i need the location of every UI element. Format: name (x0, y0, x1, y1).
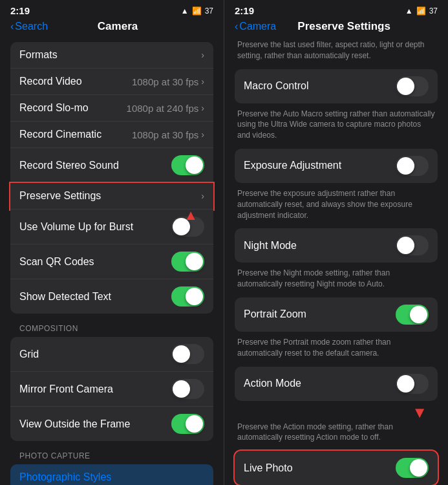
macro-control-label: Macro Control (244, 80, 396, 92)
night-mode-desc: Preserve the Night mode setting, rather … (235, 265, 438, 297)
portrait-zoom-item[interactable]: Portrait Zoom (235, 297, 438, 332)
record-video-item[interactable]: Record Video 1080p at 30 fps › (10, 69, 213, 95)
photo-styles-label: Photographic Styles (19, 471, 204, 483)
preserve-settings-item[interactable]: Preserve Settings › (10, 183, 213, 210)
exposure-toggle[interactable] (396, 156, 429, 176)
preserve-wrapper: Preserve Settings › ▲ (10, 183, 213, 210)
record-stereo-toggle[interactable] (171, 155, 204, 175)
night-mode-item[interactable]: Night Mode (235, 228, 438, 263)
action-mode-toggle[interactable] (396, 374, 429, 394)
preserve-settings-chevron: › (201, 191, 204, 201)
left-status-icons: ▲ 📶 37 (181, 6, 213, 16)
mirror-front-label: Mirror Front Camera (19, 383, 171, 395)
grid-label: Grid (19, 349, 171, 360)
battery-icon: 37 (205, 6, 213, 16)
right-chevron-icon: ‹ (235, 21, 238, 32)
left-nav-bar: ‹ Search Camera (0, 19, 224, 37)
record-video-chevron: › (201, 76, 204, 87)
right-top-desc: Preserve the last used filter, aspect ra… (235, 37, 438, 69)
left-nav-title: Camera (22, 20, 213, 33)
right-wifi-icon: 📶 (416, 6, 426, 16)
show-detected-item[interactable]: Show Detected Text (10, 279, 213, 314)
formats-label: Formats (19, 49, 201, 61)
record-video-value: 1080p at 30 fps (132, 76, 198, 87)
record-slomo-value: 1080p at 240 fps (127, 103, 199, 114)
right-panel: 2:19 ▲ 📶 37 ‹ Camera Preserve Settings P… (224, 0, 448, 485)
grid-toggle[interactable] (171, 344, 204, 364)
exposure-item[interactable]: Exposure Adjustment (235, 149, 438, 183)
macro-control-toggle[interactable] (396, 76, 429, 96)
formats-item[interactable]: Formats › (10, 42, 213, 69)
mirror-front-item[interactable]: Mirror Front Camera (10, 372, 213, 407)
portrait-zoom-toggle[interactable] (396, 305, 429, 325)
show-detected-toggle[interactable] (171, 286, 204, 307)
signal-icon: ▲ (181, 6, 189, 16)
use-volume-label: Use Volume Up for Burst (19, 221, 171, 233)
scan-qr-toggle[interactable] (171, 252, 204, 272)
view-outside-toggle[interactable] (171, 414, 204, 434)
action-mode-item[interactable]: Action Mode (235, 367, 438, 401)
record-slomo-label: Record Slo-mo (19, 102, 127, 114)
night-mode-label: Night Mode (244, 240, 396, 252)
record-stereo-item[interactable]: Record Stereo Sound (10, 148, 213, 183)
record-cinematic-value: 1080p at 30 fps (132, 129, 198, 140)
macro-control-desc: Preserve the Auto Macro setting rather t… (235, 106, 438, 149)
record-slomo-item[interactable]: Record Slo-mo 1080p at 240 fps › (10, 95, 213, 122)
record-slomo-chevron: › (201, 103, 204, 113)
preserve-settings-label: Preserve Settings (19, 190, 201, 202)
record-video-label: Record Video (19, 76, 132, 87)
scan-qr-item[interactable]: Scan QR Codes (10, 244, 213, 279)
left-time: 2:19 (10, 5, 30, 16)
scan-qr-label: Scan QR Codes (19, 256, 171, 268)
use-volume-item[interactable]: Use Volume Up for Burst (10, 210, 213, 244)
view-outside-item[interactable]: View Outside the Frame (10, 407, 213, 441)
left-group-1: Formats › Record Video 1080p at 30 fps ›… (10, 42, 213, 314)
right-battery-icon: 37 (429, 6, 438, 16)
photo-capture-header: PHOTO CAPTURE (0, 441, 224, 464)
record-stereo-label: Record Stereo Sound (19, 160, 171, 171)
left-panel: 2:19 ▲ 📶 37 ‹ Search Camera Formats › Re… (0, 0, 224, 485)
right-settings-content: Preserve the last used filter, aspect ra… (224, 37, 448, 485)
formats-chevron: › (201, 50, 204, 60)
up-arrow: ▲ (184, 207, 198, 224)
photo-styles-item[interactable]: Photographic Styles (10, 464, 213, 485)
right-nav-bar: ‹ Camera Preserve Settings (224, 19, 448, 37)
view-outside-label: View Outside the Frame (19, 418, 171, 430)
composition-group: Grid Mirror Front Camera View Outside th… (10, 337, 213, 441)
left-chevron-icon: ‹ (10, 21, 14, 32)
macro-control-item[interactable]: Macro Control (235, 69, 438, 103)
record-cinematic-chevron: › (201, 129, 204, 140)
portrait-zoom-label: Portrait Zoom (244, 308, 396, 320)
down-arrow-icon: ▼ (412, 404, 427, 422)
left-status-bar: 2:19 ▲ 📶 37 (0, 0, 224, 19)
action-mode-wrapper: Action Mode ▼ (235, 367, 438, 422)
right-time: 2:19 (235, 5, 254, 16)
left-settings-content: Formats › Record Video 1080p at 30 fps ›… (0, 37, 224, 485)
composition-header: COMPOSITION (0, 314, 224, 337)
right-nav-title: Preserve Settings (250, 20, 438, 33)
mirror-front-toggle[interactable] (171, 379, 204, 399)
record-cinematic-item[interactable]: Record Cinematic 1080p at 30 fps › (10, 122, 213, 148)
live-photo-item[interactable]: Live Photo (235, 451, 438, 485)
exposure-label: Exposure Adjustment (244, 160, 396, 171)
down-arrow-container: ▼ (235, 404, 438, 422)
action-mode-desc: Preserve the Action mode setting, rather… (235, 419, 438, 451)
wifi-icon: 📶 (192, 6, 202, 16)
exposure-desc: Preserve the exposure adjustment rather … (235, 186, 438, 228)
right-signal-icon: ▲ (405, 6, 413, 16)
action-mode-label: Action Mode (244, 378, 396, 389)
photo-capture-group: Photographic Styles (10, 464, 213, 485)
grid-item[interactable]: Grid (10, 337, 213, 372)
record-cinematic-label: Record Cinematic (19, 129, 132, 140)
portrait-zoom-desc: Preserve the Portrait mode zoom rather t… (235, 334, 438, 367)
live-photo-label: Live Photo (244, 462, 396, 474)
show-detected-label: Show Detected Text (19, 291, 171, 303)
right-status-icons: ▲ 📶 37 (405, 6, 438, 16)
night-mode-toggle[interactable] (396, 235, 429, 255)
live-photo-toggle[interactable] (396, 458, 429, 478)
right-status-bar: 2:19 ▲ 📶 37 (224, 0, 448, 19)
